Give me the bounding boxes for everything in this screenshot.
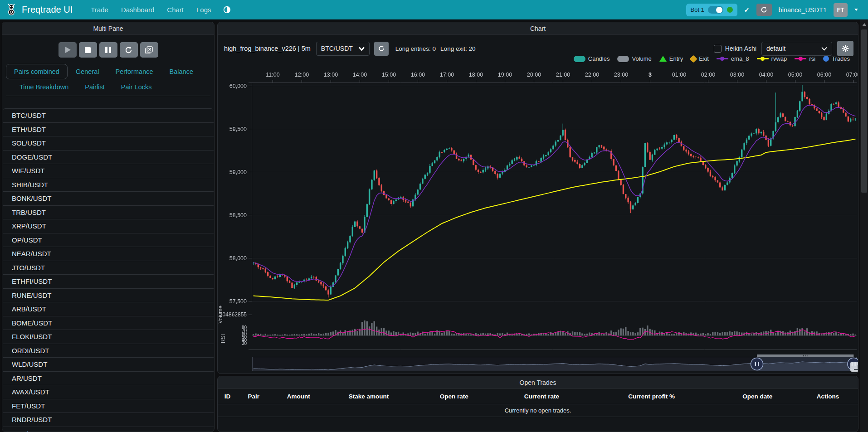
pair-row-btc-usdt[interactable]: BTC/USDT <box>3 109 214 123</box>
theme-toggle-icon[interactable] <box>223 6 231 14</box>
trades-column-open-date: Open date <box>717 393 798 400</box>
datazoom-handle-left[interactable] <box>750 358 763 370</box>
trades-column-id: ID <box>218 393 237 400</box>
user-avatar[interactable]: FT <box>834 3 848 17</box>
bot-online-indicator <box>727 7 733 13</box>
legend-circle-icon <box>823 56 829 62</box>
pause-icon <box>105 47 111 53</box>
legend-item-entry[interactable]: Entry <box>659 55 683 62</box>
nav-item-trade[interactable]: Trade <box>91 6 108 14</box>
brand-title[interactable]: Freqtrade UI <box>22 5 73 15</box>
chart-refresh-button[interactable] <box>374 42 389 56</box>
legend-label: Exit <box>699 55 709 62</box>
bot-toggle[interactable] <box>708 6 723 14</box>
legend-item-candles[interactable]: Candles <box>574 55 610 62</box>
trades-column-amount: Amount <box>270 393 327 400</box>
pair-row-avax-usdt[interactable]: AVAX/USDT <box>3 385 214 399</box>
main-nav: TradeDashboardChartLogs <box>91 6 211 14</box>
bot-selector[interactable]: Bot 1 <box>686 4 737 16</box>
pair-row-op-usdt[interactable]: OP/USDT <box>3 233 214 248</box>
reload-icon <box>125 46 132 54</box>
pair-row-arb-usdt[interactable]: ARB/USDT <box>3 302 214 316</box>
stop-button[interactable] <box>79 42 97 58</box>
datazoom-track[interactable] <box>252 357 857 371</box>
pair-row-jto-usdt[interactable]: JTO/USDT <box>3 261 214 275</box>
pair-row-floki-usdt[interactable]: FLOKI/USDT <box>3 330 214 344</box>
chart-x-icon <box>145 46 153 54</box>
pair-row-eth-usdt[interactable]: ETH/USDT <box>3 123 214 137</box>
strategy-timeframe-label: high_frog_binance_v226 | 5m <box>224 45 311 52</box>
legend-triangle-icon <box>659 56 667 62</box>
pair-row-wld-usdt[interactable]: WLD/USDT <box>3 358 214 372</box>
pair-list: BTC/USDTETH/USDTSOL/USDTDOGE/USDTWIF/USD… <box>3 108 214 432</box>
tab-pairs-combined[interactable]: Pairs combined <box>6 64 68 79</box>
play-button[interactable] <box>59 42 77 58</box>
legend-label: ema_8 <box>731 55 749 62</box>
legend-line-dot <box>720 57 724 61</box>
nav-item-logs[interactable]: Logs <box>196 6 211 14</box>
legend-item-volume[interactable]: Volume <box>617 55 651 62</box>
multi-pane-title: Multi Pane <box>2 22 214 35</box>
tab-pair-locks[interactable]: Pair Locks <box>113 79 160 95</box>
pair-row-wif-usdt[interactable]: WIF/USDT <box>3 164 214 178</box>
pair-row-near-usdt[interactable]: NEAR/USDT <box>3 247 214 261</box>
multi-pane-panel: Multi Pane Pairs combinedGeneralPerforma… <box>2 22 215 432</box>
tab-performance[interactable]: Performance <box>107 64 161 79</box>
pair-row-fet-usdt[interactable]: FET/USDT <box>3 399 214 413</box>
tab-general[interactable]: General <box>68 64 107 79</box>
nav-item-dashboard[interactable]: Dashboard <box>121 6 154 14</box>
chart-toolbar: high_frog_binance_v226 | 5m BTC/USDT Lon… <box>224 40 853 57</box>
plot-settings-button[interactable] <box>837 41 853 56</box>
legend-item-rvwap[interactable]: rvwap <box>757 55 787 62</box>
pair-row-ordi-usdt[interactable]: ORDI/USDT <box>3 344 214 358</box>
pair-row-xrp-usdt[interactable]: XRP/USDT <box>3 219 214 233</box>
pair-row-dot-usdt[interactable]: DOT/USDT <box>3 427 214 432</box>
chart-panel-title: Chart <box>218 22 858 35</box>
pair-select[interactable]: BTC/USDT <box>316 42 370 56</box>
pair-row-rune-usdt[interactable]: RUNE/USDT <box>3 289 214 303</box>
tab-balance[interactable]: Balance <box>161 64 201 79</box>
tab-time-breakdown[interactable]: Time Breakdown <box>11 79 77 95</box>
heikin-ashi-checkbox[interactable] <box>714 45 722 53</box>
pair-row-bonk-usdt[interactable]: BONK/USDT <box>3 192 214 206</box>
legend-item-trades[interactable]: Trades <box>823 55 850 62</box>
plot-config-value: default <box>766 45 785 52</box>
check-icon: ✓ <box>744 6 750 14</box>
legend-label: Candles <box>588 55 610 62</box>
legend-line-dot <box>761 57 765 61</box>
pair-select-value: BTC/USDT <box>321 45 353 52</box>
gear-icon <box>842 45 849 52</box>
pair-row-shib-usdt[interactable]: SHIB/USDT <box>3 178 214 192</box>
panel-resize-grip[interactable] <box>850 362 858 372</box>
pair-row-trb-usdt[interactable]: TRB/USDT <box>3 206 214 220</box>
reload-button[interactable] <box>120 42 138 58</box>
scrollbar-up-arrow-icon[interactable] <box>862 23 867 26</box>
pair-row-bome-usdt[interactable]: BOME/USDT <box>3 316 214 330</box>
page-scrollbar[interactable] <box>860 19 868 432</box>
legend-swatch-icon <box>574 56 585 62</box>
price-chart-canvas[interactable] <box>219 68 858 373</box>
long-exits-label: Long exit: 20 <box>440 45 475 52</box>
nav-item-chart[interactable]: Chart <box>167 6 184 14</box>
tab-pairlist[interactable]: Pairlist <box>77 79 113 95</box>
chart-panel: Chart high_frog_binance_v226 | 5m BTC/US… <box>217 22 858 374</box>
pair-row-doge-usdt[interactable]: DOGE/USDT <box>3 150 214 165</box>
long-entries-label: Long entries: 0 <box>395 45 436 52</box>
plot-config-select[interactable]: default <box>761 42 832 56</box>
pair-row-ar-usdt[interactable]: AR/USDT <box>3 372 214 386</box>
remove-chart-button[interactable] <box>140 42 158 58</box>
chevron-down-icon <box>359 47 365 51</box>
user-menu-caret-icon[interactable] <box>854 9 858 11</box>
scrollbar-thumb[interactable] <box>861 29 867 193</box>
legend-label: rvwap <box>771 55 787 62</box>
trades-column-actions: Actions <box>798 393 858 400</box>
legend-item-ema-8[interactable]: ema_8 <box>717 55 749 62</box>
pair-row-ethfi-usdt[interactable]: ETHFI/USDT <box>3 275 214 289</box>
legend-item-rsi[interactable]: rsi <box>795 55 815 62</box>
global-refresh-button[interactable] <box>756 4 772 16</box>
pair-row-sol-usdt[interactable]: SOL/USDT <box>3 136 214 150</box>
legend-line-icon <box>717 58 728 59</box>
pair-row-rndr-usdt[interactable]: RNDR/USDT <box>3 413 214 427</box>
legend-item-exit[interactable]: Exit <box>691 55 709 62</box>
pause-button[interactable] <box>99 42 117 58</box>
